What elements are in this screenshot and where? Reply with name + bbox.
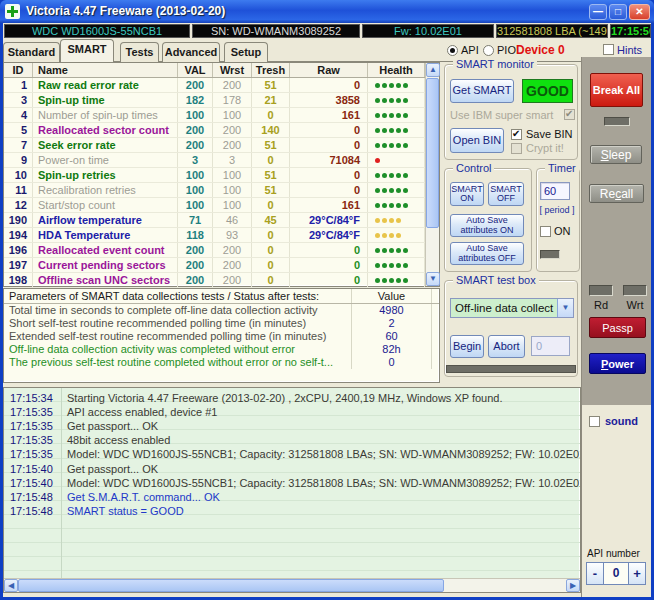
abort-test-button[interactable]: Abort — [488, 335, 525, 358]
parameters-body: Total time in seconds to complete off-li… — [4, 304, 439, 369]
ibm-smart-checkbox — [564, 109, 575, 120]
close-button[interactable]: ✕ — [629, 4, 650, 20]
autosave-on-button[interactable]: Auto Save attributes ON — [450, 214, 524, 237]
victoria-window: Victoria 4.47 Freeware (2013-02-20) — □ … — [0, 0, 654, 600]
api-radio[interactable] — [447, 45, 458, 56]
parameter-row[interactable]: Extended self-test routine recommended p… — [4, 330, 439, 343]
log-entry[interactable]: 17:15:34Starting Victoria 4.47 Freeware … — [4, 391, 580, 405]
header-raw[interactable]: Raw — [290, 63, 368, 77]
smart-attribute-row[interactable]: 194HDA Temperature11893029°C/84°F — [4, 228, 425, 243]
crypt-checkbox — [511, 143, 522, 154]
api-number-increment-button[interactable]: + — [628, 562, 646, 585]
log-entry[interactable]: 17:15:48Get S.M.A.R.T. command... OK — [4, 490, 580, 504]
smart-attribute-row[interactable]: 4Number of spin-up times1001000161 — [4, 108, 425, 123]
smart-attribute-row[interactable]: 9Power-on time33071084 — [4, 153, 425, 168]
timer-on-checkbox[interactable] — [540, 226, 551, 237]
attr-threshold: 45 — [252, 213, 290, 227]
log-entry[interactable]: 17:15:3548bit access enabled — [4, 433, 580, 447]
smart-table-header: ID Name VAL Wrst Tresh Raw Health — [4, 63, 439, 78]
recall-button[interactable]: Recall — [589, 184, 644, 203]
attr-name: Reallocated sector count — [33, 123, 178, 137]
parameter-row[interactable]: Off-line data collection activity was co… — [4, 343, 439, 356]
attr-raw: 0 — [290, 138, 368, 152]
attr-raw: 3858 — [290, 93, 368, 107]
smart-attribute-row[interactable]: 196Reallocated event count20020000 — [4, 243, 425, 258]
log-entry[interactable]: 17:15:40Model: WDC WD1600JS-55NCB1; Capa… — [4, 476, 580, 490]
health-dot-icon — [389, 128, 394, 133]
hints-label: Hints — [617, 44, 642, 56]
header-val[interactable]: VAL — [178, 63, 213, 77]
smart-on-button[interactable]: SMART ON — [450, 182, 484, 206]
tab-advanced[interactable]: Advanced — [162, 42, 220, 62]
attr-health-dots — [368, 93, 425, 107]
tab-smart[interactable]: SMART — [60, 39, 114, 62]
smart-attribute-row[interactable]: 1Raw read error rate200200510 — [4, 78, 425, 93]
sound-checkbox[interactable] — [589, 416, 600, 427]
tab-setup[interactable]: Setup — [224, 42, 268, 62]
minimize-button[interactable]: — — [589, 4, 607, 20]
autosave-off-button[interactable]: Auto Save attributes OFF — [450, 242, 524, 265]
scroll-up-icon[interactable]: ▲ — [426, 63, 440, 77]
passport-button[interactable]: Passp — [589, 317, 646, 338]
sleep-button[interactable]: Sleep — [590, 145, 642, 164]
attr-worst: 100 — [213, 168, 252, 182]
power-button[interactable]: Power — [589, 353, 646, 374]
log-entry[interactable]: 17:15:35Model: WDC WD1600JS-55NCB1; Capa… — [4, 447, 580, 461]
header-wrst[interactable]: Wrst — [213, 63, 252, 77]
smart-attribute-row[interactable]: 3Spin-up time182178213858 — [4, 93, 425, 108]
begin-test-button[interactable]: Begin — [450, 335, 484, 358]
header-id[interactable]: ID — [4, 63, 33, 77]
log-message: Get passport... OK — [67, 419, 158, 433]
parameter-row[interactable]: Total time in seconds to complete off-li… — [4, 304, 439, 317]
parameter-row[interactable]: Short self-test routine recommended poll… — [4, 317, 439, 330]
health-dot-icon — [382, 128, 387, 133]
attr-threshold: 0 — [252, 258, 290, 272]
parameter-row[interactable]: The previous self-test routine completed… — [4, 356, 439, 369]
maximize-button[interactable]: □ — [609, 4, 627, 20]
smart-attribute-row[interactable]: 12Start/stop count1001000161 — [4, 198, 425, 213]
scroll-right-icon[interactable]: ▶ — [566, 579, 580, 592]
tab-tests[interactable]: Tests — [120, 42, 159, 62]
save-bin-checkbox[interactable] — [511, 129, 522, 140]
header-health[interactable]: Health — [368, 63, 425, 77]
timer-period-input[interactable]: 60 — [540, 182, 570, 200]
attr-id: 1 — [4, 78, 33, 92]
title-bar[interactable]: Victoria 4.47 Freeware (2013-02-20) — □ … — [0, 0, 654, 23]
smart-off-button[interactable]: SMART OFF — [488, 182, 524, 206]
api-number-decrement-button[interactable]: - — [586, 562, 604, 585]
table-vertical-scrollbar[interactable]: ▲ ▼ — [425, 63, 439, 286]
scroll-down-icon[interactable]: ▼ — [426, 272, 440, 286]
log-scrollbar-thumb[interactable] — [18, 579, 444, 592]
smart-attribute-row[interactable]: 197Current pending sectors20020000 — [4, 258, 425, 273]
log-entry[interactable]: 17:15:40Get passport... OK — [4, 462, 580, 476]
pio-radio[interactable] — [483, 45, 494, 56]
activity-led — [604, 117, 630, 126]
log-entry[interactable]: 17:15:35API access enabled, device #1 — [4, 405, 580, 419]
smart-attribute-row[interactable]: 10Spin-up retries100100510 — [4, 168, 425, 183]
log-entry[interactable]: 17:15:35Get passport... OK — [4, 419, 580, 433]
attr-worst: 200 — [213, 258, 252, 272]
smart-attribute-row[interactable]: 198Offline scan UNC sectors20020000 — [4, 273, 425, 288]
smart-attribute-row[interactable]: 7Seek error rate200200510 — [4, 138, 425, 153]
log-timestamp: 17:15:48 — [10, 504, 53, 518]
break-all-button[interactable]: Break All — [590, 73, 643, 107]
smart-attribute-row[interactable]: 11Recalibration retries100100510 — [4, 183, 425, 198]
log-timestamp: 17:15:40 — [10, 476, 53, 490]
smart-attribute-row[interactable]: 190Airflow temperature71464529°C/84°F — [4, 213, 425, 228]
test-type-dropdown[interactable]: Off-line data collect ▼ — [450, 298, 574, 318]
get-smart-button[interactable]: Get SMART — [450, 79, 514, 103]
save-bin-label: Save BIN — [526, 128, 572, 140]
log-horizontal-scrollbar[interactable]: ◀ ▶ — [4, 578, 580, 592]
dropdown-arrow-icon[interactable]: ▼ — [557, 299, 573, 317]
scroll-left-icon[interactable]: ◀ — [4, 579, 18, 592]
health-dot-icon — [403, 203, 408, 208]
smart-attribute-row[interactable]: 5Reallocated sector count2002001400 — [4, 123, 425, 138]
log-entry[interactable]: 17:15:48SMART status = GOOD — [4, 504, 580, 518]
header-tresh[interactable]: Tresh — [252, 63, 290, 77]
scrollbar-thumb[interactable] — [426, 78, 439, 228]
tab-standard[interactable]: Standard — [3, 42, 60, 62]
open-bin-button[interactable]: Open BIN — [450, 128, 504, 153]
health-dot-icon — [403, 173, 408, 178]
header-name[interactable]: Name — [33, 63, 178, 77]
hints-checkbox[interactable] — [603, 44, 614, 55]
